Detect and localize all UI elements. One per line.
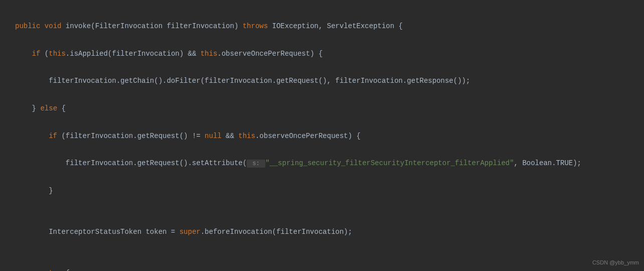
- code-line: if (filterInvocation.getRequest() != nul…: [15, 129, 644, 143]
- parameter-hint: s:: [247, 160, 265, 168]
- code-line: filterInvocation.getChain().doFilter(fil…: [15, 74, 644, 88]
- code-line: } else {: [15, 102, 644, 115]
- code-line: public void invoke(FilterInvocation filt…: [15, 20, 644, 33]
- code-editor[interactable]: public void invoke(FilterInvocation filt…: [0, 6, 644, 271]
- code-line: InterceptorStatusToken token = super.bef…: [15, 225, 644, 239]
- code-line: if (this.isApplied(filterInvocation) && …: [15, 47, 644, 61]
- code-line: try {: [15, 266, 644, 271]
- code-line: }: [15, 184, 644, 198]
- code-line: filterInvocation.getRequest().setAttribu…: [15, 157, 644, 170]
- watermark: CSDN @ybb_ymm: [592, 257, 639, 268]
